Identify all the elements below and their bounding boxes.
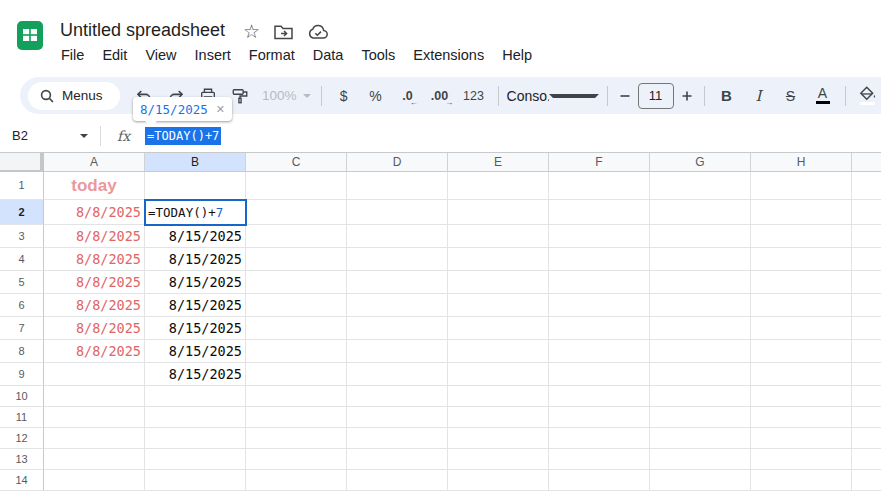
cell-E3[interactable] (448, 225, 549, 248)
cell-A7[interactable]: 8/8/2025 (44, 317, 145, 340)
column-header-D[interactable]: D (347, 153, 448, 172)
sheets-logo-icon[interactable] (16, 21, 44, 50)
cell-F5[interactable] (549, 271, 650, 294)
cell-D9[interactable] (347, 363, 448, 386)
increase-font-size-button[interactable] (679, 83, 695, 109)
cell-A12[interactable] (44, 428, 145, 449)
cell-F4[interactable] (549, 248, 650, 271)
number-format-button[interactable]: 123 (459, 83, 489, 109)
decrease-decimal-button[interactable]: .0← (395, 83, 421, 109)
cell-D8[interactable] (347, 340, 448, 363)
cell-H2[interactable] (751, 200, 852, 225)
row-header-5[interactable]: 5 (0, 271, 44, 294)
row-header-12[interactable]: 12 (0, 428, 44, 449)
cell-F11[interactable] (549, 407, 650, 428)
cell-E11[interactable] (448, 407, 549, 428)
column-header-A[interactable]: A (44, 153, 145, 172)
cell-H5[interactable] (751, 271, 852, 294)
row-header-6[interactable]: 6 (0, 294, 44, 317)
cell-C7[interactable] (246, 317, 347, 340)
cell-partial-13[interactable] (852, 449, 881, 470)
cell-G12[interactable] (650, 428, 751, 449)
cell-C13[interactable] (246, 449, 347, 470)
cell-B9[interactable]: 8/15/2025 (145, 363, 246, 386)
cell-partial-6[interactable] (852, 294, 881, 317)
menu-extensions[interactable]: Extensions (404, 45, 493, 65)
cell-D13[interactable] (347, 449, 448, 470)
column-header-H[interactable]: H (751, 153, 852, 172)
cell-E14[interactable] (448, 470, 549, 491)
cell-E6[interactable] (448, 294, 549, 317)
cell-E12[interactable] (448, 428, 549, 449)
select-all-corner[interactable] (0, 153, 44, 172)
cell-D1[interactable] (347, 172, 448, 200)
strikethrough-button[interactable]: S (778, 83, 804, 109)
cell-E4[interactable] (448, 248, 549, 271)
cell-H12[interactable] (751, 428, 852, 449)
cell-D7[interactable] (347, 317, 448, 340)
formula-input[interactable]: =TODAY()+7 (145, 127, 221, 145)
cell-A13[interactable] (44, 449, 145, 470)
column-header-G[interactable]: G (650, 153, 751, 172)
cell-D10[interactable] (347, 386, 448, 407)
cell-C5[interactable] (246, 271, 347, 294)
font-size-input[interactable]: 11 (638, 83, 674, 109)
cell-partial-4[interactable] (852, 248, 881, 271)
cell-B5[interactable]: 8/15/2025 (145, 271, 246, 294)
cell-C12[interactable] (246, 428, 347, 449)
cell-B3[interactable]: 8/15/2025 (145, 225, 246, 248)
cell-G7[interactable] (650, 317, 751, 340)
cell-F1[interactable] (549, 172, 650, 200)
row-header-13[interactable]: 13 (0, 449, 44, 470)
row-header-3[interactable]: 3 (0, 225, 44, 248)
cell-D6[interactable] (347, 294, 448, 317)
cell-H6[interactable] (751, 294, 852, 317)
cell-C8[interactable] (246, 340, 347, 363)
cell-E8[interactable] (448, 340, 549, 363)
cell-C6[interactable] (246, 294, 347, 317)
row-header-2[interactable]: 2 (0, 200, 44, 225)
cell-C4[interactable] (246, 248, 347, 271)
cell-B13[interactable] (145, 449, 246, 470)
cloud-saved-icon[interactable] (307, 24, 329, 40)
cell-E10[interactable] (448, 386, 549, 407)
cell-B12[interactable] (145, 428, 246, 449)
cell-G2[interactable] (650, 200, 751, 225)
close-icon[interactable]: ✕ (216, 103, 225, 116)
cell-D3[interactable] (347, 225, 448, 248)
cell-E13[interactable] (448, 449, 549, 470)
cell-F10[interactable] (549, 386, 650, 407)
cell-H11[interactable] (751, 407, 852, 428)
cell-G3[interactable] (650, 225, 751, 248)
cell-D5[interactable] (347, 271, 448, 294)
cell-C10[interactable] (246, 386, 347, 407)
cell-B6[interactable]: 8/15/2025 (145, 294, 246, 317)
cell-H8[interactable] (751, 340, 852, 363)
cell-A5[interactable]: 8/8/2025 (44, 271, 145, 294)
column-header-B[interactable]: B (145, 153, 246, 172)
move-folder-icon[interactable] (274, 24, 293, 40)
cell-A2[interactable]: 8/8/2025 (44, 200, 145, 225)
cell-B10[interactable] (145, 386, 246, 407)
cell-E2[interactable] (448, 200, 549, 225)
cell-partial-1[interactable] (852, 172, 881, 200)
cell-G9[interactable] (650, 363, 751, 386)
fill-color-button[interactable] (855, 83, 881, 109)
cell-A6[interactable]: 8/8/2025 (44, 294, 145, 317)
cell-E7[interactable] (448, 317, 549, 340)
cell-A3[interactable]: 8/8/2025 (44, 225, 145, 248)
column-header-F[interactable]: F (549, 153, 650, 172)
row-header-7[interactable]: 7 (0, 317, 44, 340)
text-color-button[interactable]: A (810, 83, 836, 109)
cell-D12[interactable] (347, 428, 448, 449)
cell-H10[interactable] (751, 386, 852, 407)
menu-data[interactable]: Data (304, 45, 353, 65)
cell-F7[interactable] (549, 317, 650, 340)
percent-format-button[interactable]: % (363, 83, 389, 109)
name-box[interactable]: B2 (0, 128, 100, 143)
cell-B11[interactable] (145, 407, 246, 428)
cell-E9[interactable] (448, 363, 549, 386)
row-header-11[interactable]: 11 (0, 407, 44, 428)
cell-D2[interactable] (347, 200, 448, 225)
cell-B8[interactable]: 8/15/2025 (145, 340, 246, 363)
